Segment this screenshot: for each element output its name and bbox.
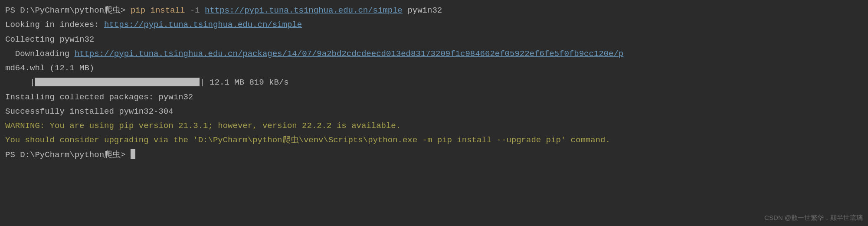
terminal-line-progress: || 12.1 MB 819 kB/s xyxy=(5,75,863,90)
terminal-line-downloading: Downloading https://pypi.tuna.tsinghua.e… xyxy=(5,47,863,61)
watermark-text: CSDN @散一世繁华，颠半世琉璃 xyxy=(764,212,863,223)
terminal-line-indexes: Looking in indexes: https://pypi.tuna.ts… xyxy=(5,18,863,32)
prompt-path: D:\PyCharm\python爬虫 xyxy=(20,6,121,15)
progress-suffix: | 12.1 MB 819 kB/s xyxy=(200,78,288,87)
prompt-ps: PS xyxy=(5,6,20,15)
cmd-pip: pip xyxy=(131,6,151,15)
prompt-symbol: > xyxy=(121,150,131,160)
terminal-line-prompt: PS D:\PyCharm\python爬虫> xyxy=(5,148,863,162)
indexes-label: Looking in indexes: xyxy=(5,20,104,29)
cmd-flag: -i xyxy=(190,6,205,15)
terminal-output[interactable]: PS D:\PyCharm\python爬虫> pip install -i h… xyxy=(5,3,863,162)
downloading-label: Downloading xyxy=(5,49,75,59)
terminal-line-warning2: You should consider upgrading via the 'D… xyxy=(5,133,863,147)
indexes-url-link[interactable]: https://pypi.tuna.tsinghua.edu.cn/simple xyxy=(104,20,302,29)
prompt-symbol: > xyxy=(121,6,131,15)
progress-prefix: | xyxy=(5,78,35,87)
terminal-line-collecting: Collecting pywin32 xyxy=(5,33,863,47)
terminal-line-installing: Installing collected packages: pywin32 xyxy=(5,90,863,105)
progress-bar xyxy=(35,78,200,86)
terminal-line-warning1: WARNING: You are using pip version 21.3.… xyxy=(5,119,863,133)
download-url-link[interactable]: https://pypi.tuna.tsinghua.edu.cn/packag… xyxy=(75,49,624,59)
cmd-install: install xyxy=(150,6,190,15)
terminal-line-filename: md64.whl (12.1 MB) xyxy=(5,61,863,75)
terminal-cursor[interactable] xyxy=(131,149,135,159)
prompt-ps: PS xyxy=(5,150,20,160)
cmd-package: pywin32 xyxy=(403,6,442,15)
terminal-line-command: PS D:\PyCharm\python爬虫> pip install -i h… xyxy=(5,3,863,18)
index-url-link[interactable]: https://pypi.tuna.tsinghua.edu.cn/simple xyxy=(205,6,403,15)
terminal-line-success: Successfully installed pywin32-304 xyxy=(5,105,863,119)
prompt-path: D:\PyCharm\python爬虫 xyxy=(20,150,121,160)
